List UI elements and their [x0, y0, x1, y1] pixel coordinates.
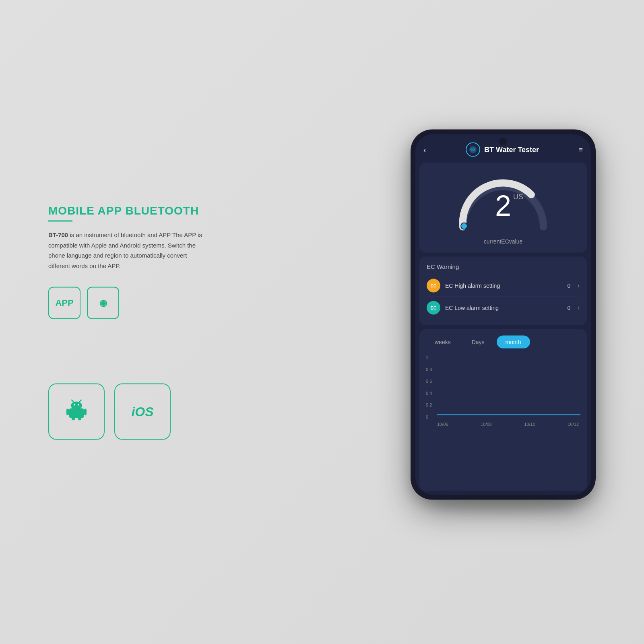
svg-rect-0 [69, 408, 84, 418]
bold-word: BT-700 [48, 231, 68, 238]
svg-point-12 [471, 148, 475, 151]
y-label-0: 0 [426, 415, 432, 419]
ios-platform-box[interactable]: iOS [114, 384, 171, 440]
phone-container: ‹ BT Water Tester ≡ [411, 130, 596, 500]
phone-outer: ‹ BT Water Tester ≡ [411, 130, 596, 500]
ec-warning-section: EC Warning EC EC High alarm setting 0 › … [419, 257, 587, 325]
y-label-02: 0.2 [426, 402, 432, 407]
x-label-1006: 10/06 [437, 422, 448, 427]
gauge-wrapper: 2 US [451, 171, 555, 235]
svg-point-1 [71, 401, 82, 409]
x-label-1010: 10/10 [524, 422, 535, 427]
back-button[interactable]: ‹ [423, 145, 426, 154]
y-label-06: 0.6 [426, 379, 432, 384]
gauge-unit: US [513, 193, 523, 201]
y-label-1: 1 [426, 355, 432, 360]
description-body: is an instrument of bluetooth and APP Th… [48, 231, 202, 269]
android-platform-box[interactable] [48, 384, 105, 440]
tab-month[interactable]: month [497, 336, 530, 349]
y-labels: 1 0.8 0.6 0.4 0.2 0 [426, 355, 432, 419]
x-label-1012: 10/12 [568, 422, 579, 427]
chart-section: weeks Days month 1 0.8 0.6 0.4 0.2 0 [419, 329, 587, 491]
description-text: BT-700 is an instrument of bluetooth and… [48, 230, 209, 271]
ec-low-value: 0 [568, 305, 571, 311]
platform-row: iOS [48, 384, 209, 440]
tab-days[interactable]: Days [463, 336, 493, 349]
ec-high-chevron: › [578, 283, 580, 289]
bluetooth-icon: ◉ [99, 298, 107, 308]
svg-rect-8 [72, 417, 75, 420]
ec-low-chevron: › [578, 305, 580, 311]
app-icon-box[interactable]: APP [48, 287, 80, 319]
ec-low-label: EC Low alarm setting [445, 305, 563, 311]
ec-high-label: EC High alarm setting [445, 283, 563, 289]
gauge-value: 2 US [495, 191, 511, 220]
app-label: APP [55, 298, 73, 308]
main-title: MOBILE APP BLUETOOTH [48, 204, 209, 217]
warning-title: EC Warning [427, 263, 580, 270]
ec-high-value: 0 [568, 283, 571, 289]
ec-low-badge: EC [427, 301, 440, 315]
tab-weeks[interactable]: weeks [426, 336, 460, 349]
icon-row: APP ◉ [48, 287, 209, 319]
y-label-04: 0.4 [426, 390, 432, 395]
app-logo [466, 142, 480, 157]
left-content: MOBILE APP BLUETOOTH BT-700 is an instru… [32, 188, 225, 456]
svg-rect-9 [78, 417, 81, 420]
svg-line-5 [79, 400, 81, 402]
y-label-08: 0.8 [426, 367, 432, 372]
tab-row: weeks Days month [426, 336, 580, 349]
svg-point-13 [461, 223, 467, 229]
svg-point-2 [74, 404, 75, 405]
bluetooth-icon-box[interactable]: ◉ [87, 287, 119, 319]
ios-label: iOS [131, 404, 153, 419]
ec-low-item[interactable]: EC EC Low alarm setting 0 › [427, 297, 580, 319]
svg-line-4 [72, 400, 74, 402]
gauge-label: currentECvalue [484, 238, 523, 245]
svg-point-3 [78, 404, 79, 405]
android-icon [66, 399, 87, 424]
chart-svg [437, 355, 580, 415]
svg-rect-6 [66, 409, 69, 415]
ec-high-badge: EC [427, 279, 440, 293]
svg-rect-7 [84, 409, 87, 415]
gauge-section: 2 US currentECvalue [419, 163, 587, 253]
phone-notch [499, 138, 507, 146]
gauge-number: 2 [495, 190, 511, 222]
title-underline [48, 221, 72, 222]
chart-area: 1 0.8 0.6 0.4 0.2 0 [426, 355, 580, 419]
ec-high-item[interactable]: EC EC High alarm setting 0 › [427, 275, 580, 297]
x-label-1008: 10/08 [481, 422, 492, 427]
app-title: BT Water Tester [484, 145, 539, 154]
phone-inner: ‹ BT Water Tester ≡ [415, 134, 591, 495]
page-wrapper: MOBILE APP BLUETOOTH BT-700 is an instru… [0, 0, 644, 644]
menu-button[interactable]: ≡ [578, 145, 583, 154]
x-labels: 10/06 10/08 10/10 10/12 [426, 419, 580, 427]
